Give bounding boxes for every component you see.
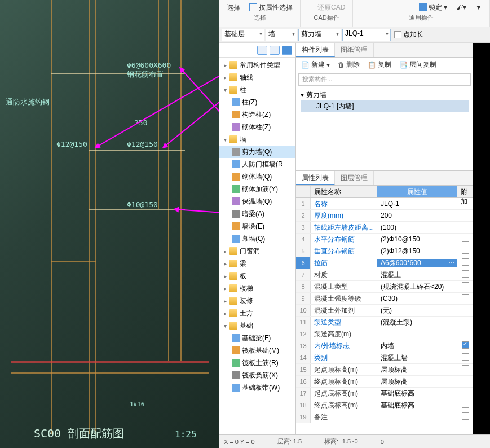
tree-leaf[interactable]: 砌体加筋(Y) <box>219 183 295 195</box>
attach-checkbox[interactable] <box>462 235 469 242</box>
property-row[interactable]: 14类别混凝土墙 <box>296 352 473 364</box>
tree-leaf[interactable]: 人防门框墙(R <box>219 158 295 170</box>
attach-checkbox[interactable] <box>462 341 469 349</box>
tree-node-beam[interactable]: ▸梁 <box>219 257 295 270</box>
component-item-selected[interactable]: JLQ-1 [内墙] <box>301 100 469 112</box>
name-combo[interactable]: JLQ-1 <box>342 29 391 41</box>
filter-bar: 基础层 墙 剪力墙 JLQ-1 点加长 <box>219 27 490 43</box>
tree-node-axis[interactable]: ▸轴线 <box>219 71 295 84</box>
category-tree[interactable]: ▸常用构件类型 ▸轴线 ▾柱 柱(Z) 构造柱(Z) 砌体柱(Z) ▾墙 剪力墙… <box>219 58 295 434</box>
tree-leaf[interactable]: 柱(Z) <box>219 96 295 108</box>
property-row[interactable]: 19备注 <box>296 411 473 423</box>
tree-leaf-shearwall[interactable]: 剪力墙(Q) <box>219 146 295 158</box>
attach-checkbox[interactable] <box>462 365 469 372</box>
property-row[interactable]: 6拉筋A6@600*600 ⋯ <box>296 257 473 269</box>
tree-leaf[interactable]: 暗梁(A) <box>219 208 295 220</box>
new-icon: 📄 <box>301 61 310 69</box>
cad-text: 钢花筋布置 <box>127 69 164 80</box>
select-button[interactable]: 选择 <box>225 2 242 13</box>
view-mode-icon[interactable] <box>270 46 280 55</box>
tree-leaf[interactable]: 墙垛(E) <box>219 220 295 232</box>
component-toolbar: 📄新建▾ 🗑删除 📋复制 📑层间复制 <box>296 58 473 72</box>
tree-node-column[interactable]: ▾柱 <box>219 84 295 96</box>
attach-checkbox[interactable] <box>462 258 469 266</box>
tree-leaf[interactable]: 基础板带(W) <box>219 381 295 394</box>
property-row[interactable]: 4水平分布钢筋(2)Φ10@150 <box>296 234 473 245</box>
attach-checkbox[interactable] <box>462 353 469 361</box>
tree-node-slab[interactable]: ▸板 <box>219 270 295 282</box>
property-row[interactable]: 3轴线距左墙皮距离...(100) <box>296 222 473 234</box>
tree-node-deco[interactable]: ▸装修 <box>219 295 295 307</box>
attach-checkbox[interactable] <box>462 270 469 278</box>
cad-text: Φ12@150 <box>56 140 87 148</box>
view-mode-icon[interactable] <box>257 46 267 55</box>
attach-checkbox[interactable] <box>462 223 469 230</box>
attach-checkbox[interactable] <box>462 294 469 301</box>
property-row[interactable]: 5垂直分布钢筋(2)Φ12@150 <box>296 245 473 257</box>
layer-copy-button[interactable]: 📑层间复制 <box>398 59 438 70</box>
restore-cad-button[interactable]: 还原CAD <box>306 2 347 13</box>
cad-text: Φ12@150 <box>127 140 158 148</box>
cad-text: 通防水施约钢 <box>6 97 50 107</box>
property-row[interactable]: 1名称JLQ-1 <box>296 198 473 210</box>
floor-combo[interactable]: 基础层 <box>222 29 264 41</box>
property-row[interactable]: 12泵送高度(m) <box>296 328 473 340</box>
tree-leaf[interactable]: 幕墙(Q) <box>219 232 295 245</box>
attach-checkbox[interactable] <box>462 377 469 384</box>
tree-leaf[interactable]: 保温墙(Q) <box>219 195 295 208</box>
select-by-attr-button[interactable]: 按属性选择 <box>248 2 294 13</box>
attach-checkbox[interactable] <box>462 389 469 396</box>
attach-checkbox[interactable] <box>462 282 469 289</box>
property-row[interactable]: 17起点底标高(m)基础底标高 <box>296 388 473 399</box>
new-button[interactable]: 📄新建▾ <box>299 59 332 70</box>
tab-property-list[interactable]: 属性列表 <box>296 171 335 185</box>
property-row[interactable]: 10混凝土外加剂(无) <box>296 305 473 317</box>
property-table[interactable]: 1名称JLQ-12厚度(mm)2003轴线距左墙皮距离...(100)4水平分布… <box>296 198 473 434</box>
category-combo[interactable]: 墙 <box>266 29 297 41</box>
brush-icon[interactable]: 🖌▾ <box>454 3 468 12</box>
property-row[interactable]: 7材质混凝土 <box>296 269 473 281</box>
tree-leaf[interactable]: 砌体柱(Z) <box>219 121 295 133</box>
property-row[interactable]: 11泵送类型(混凝土泵) <box>296 317 473 328</box>
property-row[interactable]: 13内/外墙标志内墙 <box>296 340 473 352</box>
layer-icon: 📑 <box>399 61 408 69</box>
attach-checkbox[interactable] <box>462 247 469 254</box>
tree-node-opening[interactable]: ▸门窗洞 <box>219 245 295 257</box>
property-row[interactable]: 16终点顶标高(m)层顶标高 <box>296 376 473 388</box>
filter-icon[interactable]: ▼ <box>474 3 484 12</box>
tab-drawing-mgmt[interactable]: 图纸管理 <box>335 43 374 57</box>
copy-button[interactable]: 📋复制 <box>366 59 393 70</box>
lock-button[interactable]: 锁定▾ <box>417 2 449 13</box>
tree-leaf[interactable]: 筏板主筋(R) <box>219 357 295 369</box>
cad-viewport[interactable]: Φ6@600X600 钢花筋布置 通防水施约钢 250 Φ12@150 Φ12@… <box>0 0 219 448</box>
tab-layer-mgmt[interactable]: 图层管理 <box>335 171 374 185</box>
attach-checkbox[interactable] <box>462 412 469 420</box>
property-row[interactable]: 8混凝土类型(现浇混凝土碎石<20) <box>296 281 473 293</box>
tree-node-common[interactable]: ▸常用构件类型 <box>219 59 295 71</box>
statusbar: X = 0 Y = 0 层高: 1.5 标高: -1.5~0 0 <box>219 434 490 448</box>
component-tree[interactable]: ▾剪力墙 JLQ-1 [内墙] <box>296 87 473 114</box>
delete-icon: 🗑 <box>338 61 345 69</box>
tab-component-list[interactable]: 构件列表 <box>296 43 335 57</box>
tree-node-found[interactable]: ▾基础 <box>219 319 295 332</box>
property-row[interactable]: 9混凝土强度等级(C30) <box>296 293 473 305</box>
extend-checkbox[interactable]: 点加长 <box>394 30 423 39</box>
component-search[interactable]: 搜索构件... <box>298 73 471 86</box>
property-row[interactable]: 15起点顶标高(m)层顶标高 <box>296 364 473 376</box>
attach-checkbox[interactable] <box>462 401 469 408</box>
tree-leaf[interactable]: 构造柱(Z) <box>219 108 295 121</box>
delete-button[interactable]: 🗑删除 <box>336 59 361 70</box>
component-tabs: 构件列表 图纸管理 <box>296 43 473 58</box>
property-row[interactable]: 2厚度(mm)200 <box>296 210 473 222</box>
tree-node-wall[interactable]: ▾墙 <box>219 133 295 146</box>
type-combo[interactable]: 剪力墙 <box>298 29 341 41</box>
property-row[interactable]: 18终点底标高(m)基础底标高 <box>296 399 473 411</box>
tree-leaf[interactable]: 基础梁(F) <box>219 332 295 344</box>
view-mode-icon[interactable] <box>282 46 292 55</box>
tree-leaf[interactable]: 筏板负筋(X) <box>219 369 295 381</box>
copy-icon: 📋 <box>368 61 376 69</box>
tree-node-stair[interactable]: ▸楼梯 <box>219 282 295 295</box>
tree-leaf[interactable]: 砌体墙(Q) <box>219 170 295 183</box>
tree-node-earth[interactable]: ▸土方 <box>219 307 295 319</box>
tree-leaf[interactable]: 筏板基础(M) <box>219 344 295 357</box>
